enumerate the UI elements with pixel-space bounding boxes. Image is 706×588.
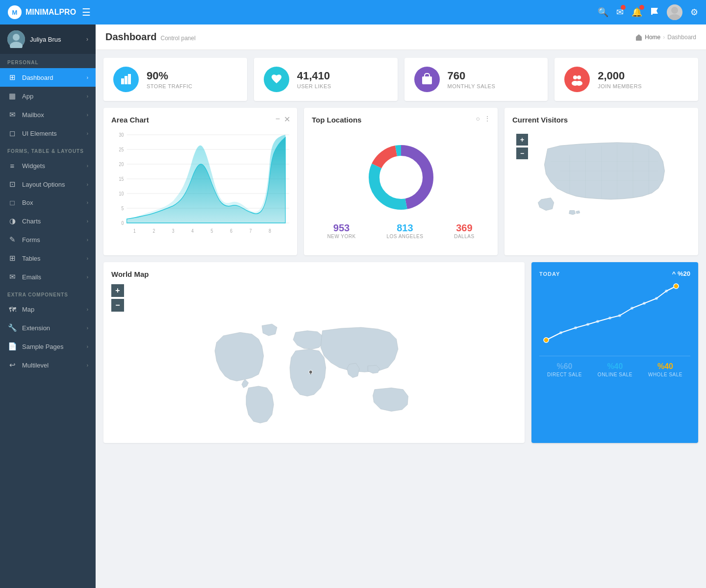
home-icon xyxy=(635,34,642,41)
sidebar-item-map[interactable]: 🗺 Map › xyxy=(0,300,96,318)
sidebar-item-label: Layout Options xyxy=(22,181,65,188)
stat-label-likes: USER LIKES xyxy=(297,83,331,89)
today-stat-whole: %40 WHOLE SALE xyxy=(648,362,682,377)
us-map-container: + − xyxy=(512,130,690,228)
today-card: TODAY ^ %20 xyxy=(531,262,698,443)
area-chart-svg: 30 25 20 15 10 5 0 1 2 3 4 5 xyxy=(111,130,289,238)
sidebar-item-label: Sample Pages xyxy=(22,343,64,350)
minimize-icon[interactable]: − xyxy=(276,115,280,124)
sidebar-item-layout-options[interactable]: ⊡ Layout Options › xyxy=(0,175,96,194)
sidebar-item-label: Widgets xyxy=(22,162,45,170)
flag-icon[interactable] xyxy=(650,7,659,18)
stat-label-sales: MONTHLY SALES xyxy=(448,83,496,89)
current-visitors-card: Current Visitors + − xyxy=(504,108,698,255)
sidebar-item-extension[interactable]: 🔧 Extension › xyxy=(0,318,96,337)
sidebar-item-multilevel[interactable]: ↩ Multilevel › xyxy=(0,356,96,374)
stat-value-sales: 760 xyxy=(448,70,496,82)
sidebar-item-icon: ✎ xyxy=(7,235,17,244)
world-map-zoom-in[interactable]: + xyxy=(111,284,124,297)
donut-container: 953 New York 813 Los Angeles 369 Dallas xyxy=(312,130,490,247)
svg-point-51 xyxy=(618,314,621,317)
close-icon[interactable]: ✕ xyxy=(284,115,290,124)
breadcrumb-sep: › xyxy=(663,34,665,41)
svg-point-52 xyxy=(630,307,633,310)
stat-card-members: 2,000 JOIN MEMBERS xyxy=(555,58,698,101)
today-percent: ^ %20 xyxy=(672,270,690,277)
svg-point-54 xyxy=(655,297,658,300)
map-zoom-in[interactable]: + xyxy=(516,134,528,146)
user-avatar[interactable] xyxy=(667,4,682,20)
sidebar-item-mailbox[interactable]: ✉ Mailbox › xyxy=(0,105,96,124)
svg-text:10: 10 xyxy=(119,191,124,196)
chevron-icon: › xyxy=(87,94,88,99)
stat-card-sales: 760 MONTHLY SALES xyxy=(404,58,548,101)
sidebar-item-label: Multilevel xyxy=(22,362,49,369)
sidebar-item-label: Mailbox xyxy=(22,111,44,119)
sidebar-item-ui-elements[interactable]: ◻ UI Elements › xyxy=(0,124,96,143)
stat-card-traffic: 90% STORE TRAFFIC xyxy=(103,58,247,101)
more-icon[interactable]: ⋮ xyxy=(484,115,491,122)
sidebar-item-dashboard[interactable]: ⊞ Dashboard › xyxy=(0,68,96,87)
breadcrumb-home[interactable]: Home xyxy=(645,34,660,41)
sidebar-item-app[interactable]: ▦ App › xyxy=(0,87,96,105)
sidebar-user[interactable]: Juliya Brus › xyxy=(0,24,96,54)
sidebar-item-sample-pages[interactable]: 📄 Sample Pages › xyxy=(0,337,96,356)
dallas-city: Dallas xyxy=(454,234,474,239)
page-title: Dashboard xyxy=(105,31,156,43)
sidebar-item-icon: 🔧 xyxy=(7,323,17,332)
nav-right: 🔍 ✉ 🔔 ⚙ xyxy=(598,4,698,20)
sidebar-item-charts[interactable]: ◑ Charts › xyxy=(0,212,96,230)
sidebar-item-emails[interactable]: ✉ Emails › xyxy=(0,268,96,286)
svg-point-50 xyxy=(608,317,611,319)
circle-icon[interactable]: ○ xyxy=(476,115,480,122)
sidebar-item-tables[interactable]: ⊞ Tables › xyxy=(0,249,96,268)
main-content: Dashboard Control panel Home › Dashboard… xyxy=(96,24,706,588)
map-zoom-out[interactable]: − xyxy=(516,147,528,159)
bell-badge xyxy=(639,5,644,10)
world-map-card: World Map + − xyxy=(103,262,525,443)
world-map-zoom-out[interactable]: − xyxy=(111,299,124,312)
sidebar-item-forms[interactable]: ✎ Forms › xyxy=(0,230,96,249)
chevron-icon: › xyxy=(87,112,88,118)
sidebar-section-label: FORMS, TABLE & LAYOUTS xyxy=(0,143,96,157)
sidebar-item-icon: ⊞ xyxy=(7,73,17,82)
sidebar-item-icon: ✉ xyxy=(7,272,17,281)
chevron-icon: › xyxy=(87,256,88,261)
sidebar-item-icon: ≡ xyxy=(7,162,17,170)
today-chart xyxy=(539,281,690,350)
svg-rect-11 xyxy=(422,76,432,84)
dallas-value: 369 xyxy=(454,222,474,234)
la-value: 813 xyxy=(386,222,423,234)
top-locations-title: Top Locations xyxy=(312,116,490,124)
search-icon[interactable]: 🔍 xyxy=(598,7,608,18)
sidebar-item-box[interactable]: □ Box › xyxy=(0,194,96,212)
sidebar-sections: PERSONAL ⊞ Dashboard › ▦ App › ✉ Mailbox… xyxy=(0,54,96,374)
online-sale-value: %40 xyxy=(598,362,632,371)
svg-point-1 xyxy=(671,7,678,14)
stats-row: 90% STORE TRAFFIC 41,410 USER LIKES 760 … xyxy=(103,58,698,101)
sidebar-item-widgets[interactable]: ≡ Widgets › xyxy=(0,157,96,175)
hamburger-button[interactable]: ☰ xyxy=(82,6,91,18)
content-body: 90% STORE TRAFFIC 41,410 USER LIKES 760 … xyxy=(96,50,706,451)
stat-info-likes: 41,410 USER LIKES xyxy=(297,70,331,89)
whole-sale-value: %40 xyxy=(648,362,682,371)
sidebar-item-label: Charts xyxy=(22,218,41,225)
svg-point-49 xyxy=(596,320,599,323)
chevron-icon: › xyxy=(87,200,88,205)
svg-point-15 xyxy=(576,81,582,86)
today-label: TODAY xyxy=(539,271,560,277)
direct-sale-value: %60 xyxy=(547,362,582,371)
svg-point-47 xyxy=(574,326,577,329)
sidebar-item-label: Box xyxy=(22,199,33,206)
svg-point-13 xyxy=(577,75,581,79)
donut-label-dallas: 369 Dallas xyxy=(454,222,474,239)
sidebar-item-label: Tables xyxy=(22,255,41,262)
breadcrumb-current: Dashboard xyxy=(667,34,696,41)
top-locations-controls: ○ ⋮ xyxy=(476,115,491,122)
sidebar-item-label: UI Elements xyxy=(22,130,57,137)
sidebar-section-label: EXTRA COMPONENTS xyxy=(0,286,96,300)
mail-icon[interactable]: ✉ xyxy=(616,7,624,18)
bell-icon[interactable]: 🔔 xyxy=(631,7,642,18)
chevron-icon: › xyxy=(87,182,88,187)
settings-icon[interactable]: ⚙ xyxy=(690,7,698,18)
